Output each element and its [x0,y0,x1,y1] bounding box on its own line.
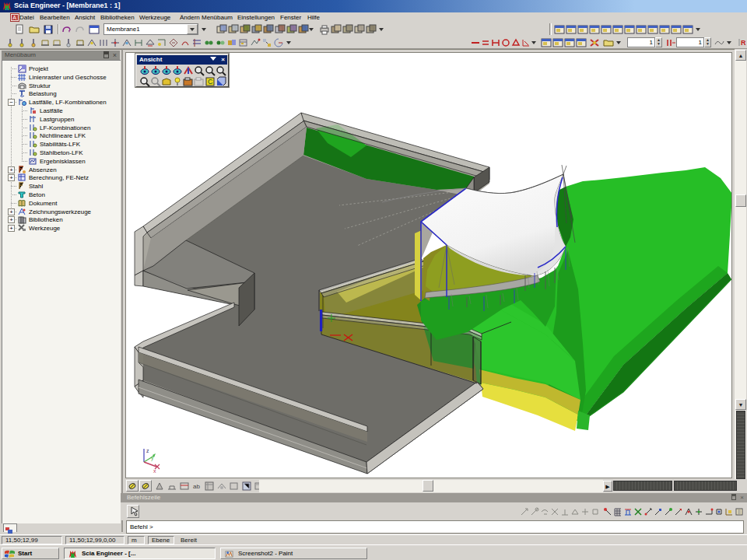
svg-text:z: z [146,448,149,453]
svg-text:x: x [153,468,156,474]
svg-text:ab: ab [193,483,200,490]
svg-text:R: R [741,39,746,47]
svg-text:y: y [151,455,154,461]
svg-text:A: A [12,15,16,20]
svg-text:C: C [208,78,213,86]
